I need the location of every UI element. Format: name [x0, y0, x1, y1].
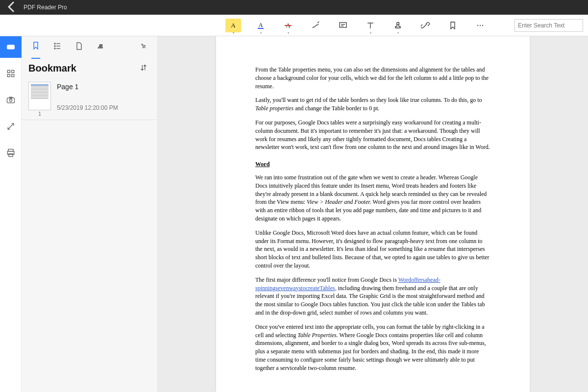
doc-paragraph: For our purposes, Google Docs tables wer… [255, 119, 490, 151]
sort-button[interactable] [140, 64, 147, 74]
titlebar: PDF Reader Pro [0, 0, 588, 15]
ink-tool[interactable] [308, 19, 323, 32]
sidebar-title: Bookmark [28, 63, 76, 74]
sidebar: Æ Bookmark 1 Page 1 5/23/2019 12:20:00 P… [22, 36, 158, 392]
svg-point-13 [480, 24, 481, 25]
svg-point-14 [482, 24, 483, 25]
left-rail: BOTA [0, 36, 22, 392]
svg-point-29 [54, 46, 55, 47]
search-input[interactable] [514, 19, 583, 32]
bookmark-item[interactable]: 1 Page 1 5/23/2019 12:20:00 PM [22, 79, 157, 120]
svg-line-34 [144, 47, 146, 48]
svg-rect-21 [7, 98, 14, 103]
back-button[interactable] [4, 0, 20, 16]
more-tool[interactable] [472, 19, 488, 32]
viewer[interactable]: From the Table properties menu, you can … [158, 36, 588, 392]
svg-point-31 [54, 48, 55, 49]
bookmark-name: Page 1 [57, 83, 118, 91]
rail-thumbnails[interactable] [0, 63, 22, 84]
svg-point-22 [9, 99, 12, 101]
doc-paragraph: Lastly, you'll want to get rid of the ta… [255, 96, 490, 113]
sidebar-header: Bookmark [22, 58, 157, 79]
svg-rect-19 [7, 74, 10, 77]
svg-rect-24 [8, 149, 13, 151]
highlight-tool[interactable]: A ▾ [225, 19, 241, 32]
svg-point-12 [477, 24, 478, 25]
pin-sidebar[interactable] [140, 42, 147, 52]
doc-section-heading: Word [255, 160, 270, 169]
svg-rect-17 [7, 70, 10, 73]
toolbar: A ▾ A ▾ A ▾ ▾ ▾ [0, 15, 588, 36]
svg-text:Æ: Æ [98, 43, 103, 49]
svg-rect-18 [11, 70, 14, 73]
rail-print[interactable] [0, 142, 22, 164]
tab-annotations[interactable]: Æ [96, 36, 105, 58]
svg-rect-5 [340, 23, 346, 27]
svg-text:A: A [231, 22, 236, 29]
svg-rect-26 [8, 154, 12, 157]
doc-paragraph: Unlike Google Docs, Microsoft Word does … [255, 229, 490, 270]
sidebar-tabs: Æ [22, 36, 157, 58]
rail-snapshot[interactable] [0, 89, 22, 111]
app-title: PDF Reader Pro [24, 4, 67, 11]
bookmark-pagenum: 1 [28, 111, 51, 117]
doc-paragraph: From the Table properties menu, you can … [255, 66, 490, 90]
stamp-tool[interactable]: ▾ [390, 19, 406, 32]
doc-paragraph: Once you've entered text into the approp… [255, 323, 490, 372]
tab-outline[interactable] [53, 36, 62, 58]
rail-bota[interactable]: BOTA [0, 36, 22, 58]
svg-text:A: A [259, 22, 263, 28]
tab-pages[interactable] [74, 36, 83, 58]
doc-paragraph: We ran into some frustration out of the … [255, 173, 490, 223]
pdf-page: From the Table properties menu, you can … [216, 36, 530, 392]
link-tool[interactable] [417, 19, 433, 32]
bookmark-tool[interactable] [445, 19, 461, 32]
rail-expand[interactable] [0, 116, 22, 137]
svg-point-10 [397, 22, 399, 24]
note-tool[interactable] [335, 19, 351, 32]
doc-paragraph: The first major difference you'll notice… [255, 276, 490, 317]
svg-text:BOTA: BOTA [8, 46, 13, 49]
text-tool[interactable]: ▾ [363, 19, 378, 32]
svg-rect-20 [11, 74, 14, 77]
strikeout-tool[interactable]: A ▾ [280, 19, 296, 32]
svg-line-11 [424, 24, 427, 27]
underline-tool[interactable]: A ▾ [253, 19, 269, 32]
svg-point-27 [54, 43, 55, 44]
bookmark-date: 5/23/2019 12:20:00 PM [57, 104, 118, 111]
bookmark-thumbnail [28, 82, 51, 110]
tab-bookmarks[interactable] [31, 35, 40, 59]
